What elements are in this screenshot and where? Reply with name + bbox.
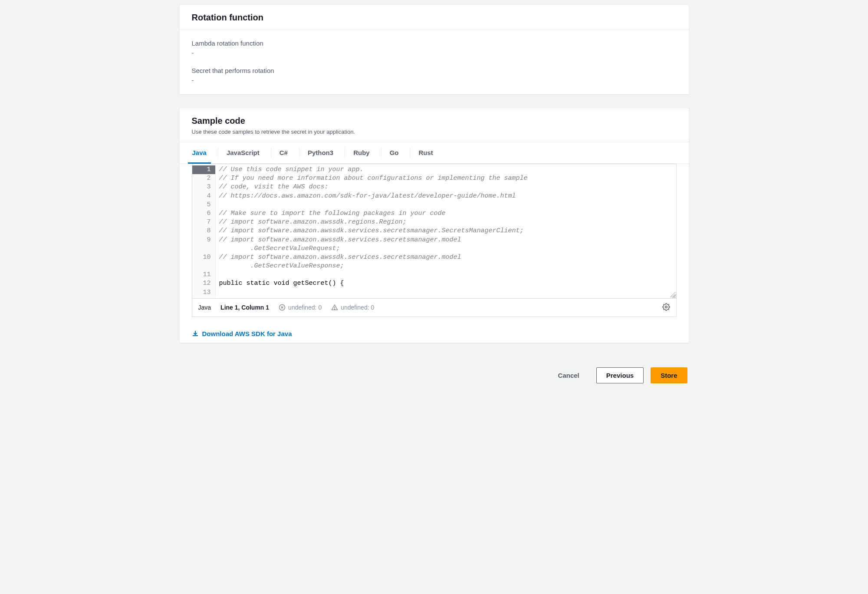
line-number: 3 [195, 183, 211, 191]
error-circle-icon [279, 304, 286, 311]
secret-rotation-value: - [192, 77, 677, 84]
sample-code-subtitle: Use these code samples to retrieve the s… [192, 129, 677, 135]
sample-code-panel: Sample code Use these code samples to re… [179, 108, 689, 343]
line-number: 2 [195, 174, 211, 183]
tab-go[interactable]: Go [389, 142, 399, 163]
editor-settings-button[interactable] [662, 303, 670, 312]
tab-java[interactable]: Java [192, 142, 207, 163]
code-line [219, 288, 673, 297]
download-sdk-row: Download AWS SDK for Java [180, 317, 689, 343]
wizard-actions: Cancel Previous Store [179, 356, 689, 385]
code-line: // Use this code snippet in your app. [219, 165, 673, 174]
code-line: // code, visit the AWS docs: [219, 183, 673, 191]
line-number: 12 [195, 279, 211, 288]
code-line [219, 271, 673, 279]
code-line: // Make sure to import the following pac… [219, 209, 673, 218]
code-line: .GetSecretValueResponse; [219, 262, 673, 271]
line-number: 6 [195, 209, 211, 218]
status-warnings: undefined: 0 [331, 304, 374, 311]
svg-point-3 [665, 306, 667, 308]
tab-separator [271, 147, 271, 158]
code-editor-status-bar: Java Line 1, Column 1 undefined: 0 undef… [192, 298, 677, 317]
lambda-rotation-label: Lambda rotation function [192, 40, 677, 47]
status-errors: undefined: 0 [279, 304, 322, 311]
code-gutter: 12345678910111213 [192, 164, 216, 298]
code-line: // If you need more information about co… [219, 174, 673, 183]
store-button[interactable]: Store [651, 367, 687, 383]
rotation-function-panel: Rotation function Lambda rotation functi… [179, 4, 689, 95]
rotation-function-header: Rotation function [180, 5, 689, 30]
code-line: public static void getSecret() { [219, 279, 673, 288]
lambda-rotation-value: - [192, 50, 677, 56]
line-number: 13 [195, 288, 211, 297]
download-sdk-label: Download AWS SDK for Java [202, 330, 292, 337]
cancel-button[interactable]: Cancel [548, 367, 589, 383]
previous-button[interactable]: Previous [596, 367, 644, 383]
resize-handle-icon[interactable] [670, 292, 675, 297]
line-number [195, 262, 211, 271]
code-editor[interactable]: 12345678910111213 // Use this code snipp… [192, 164, 677, 299]
code-line: .GetSecretValueRequest; [219, 244, 673, 253]
line-number: 1 [192, 165, 215, 174]
code-line [219, 201, 673, 209]
download-icon [192, 330, 199, 337]
code-editor-area: 12345678910111213 // Use this code snipp… [180, 164, 689, 317]
line-number: 5 [195, 201, 211, 209]
code-line: // import software.amazon.awssdk.service… [219, 253, 673, 262]
status-errors-label: undefined: 0 [288, 304, 322, 311]
status-cursor-position: Line 1, Column 1 [220, 304, 269, 311]
tab-ruby[interactable]: Ruby [353, 142, 370, 163]
tab-rust[interactable]: Rust [418, 142, 433, 163]
tab-c-[interactable]: C# [279, 142, 288, 163]
svg-point-2 [335, 309, 335, 310]
language-tabs: JavaJavaScriptC#Python3RubyGoRust [180, 142, 689, 164]
code-line: // https://docs.aws.amazon.com/sdk-for-j… [219, 192, 673, 201]
rotation-function-title: Rotation function [192, 13, 677, 23]
tab-separator [299, 147, 299, 158]
line-number: 4 [195, 192, 211, 201]
line-number: 11 [195, 271, 211, 279]
code-line: // import software.amazon.awssdk.service… [219, 227, 673, 235]
secret-rotation-label: Secret that performs rotation [192, 67, 677, 74]
gear-icon [662, 303, 670, 311]
line-number: 7 [195, 218, 211, 227]
line-number: 9 [195, 236, 211, 244]
warning-triangle-icon [331, 304, 338, 311]
status-language: Java [198, 304, 211, 311]
tab-python3[interactable]: Python3 [307, 142, 333, 163]
line-number: 8 [195, 227, 211, 235]
tab-separator [381, 147, 381, 158]
tab-javascript[interactable]: JavaScript [226, 142, 260, 163]
tab-separator [345, 147, 345, 158]
code-line: // import software.amazon.awssdk.service… [219, 236, 673, 244]
code-content[interactable]: // Use this code snippet in your app.// … [216, 164, 676, 298]
sample-code-title: Sample code [192, 116, 677, 126]
rotation-function-body: Lambda rotation function - Secret that p… [180, 30, 689, 94]
line-number: 10 [195, 253, 211, 262]
line-number [195, 244, 211, 253]
download-sdk-link[interactable]: Download AWS SDK for Java [192, 330, 292, 337]
status-warnings-label: undefined: 0 [341, 304, 374, 311]
code-line: // import software.amazon.awssdk.regions… [219, 218, 673, 227]
sample-code-header: Sample code Use these code samples to re… [180, 108, 689, 142]
tab-separator [218, 147, 218, 158]
tab-separator [410, 147, 410, 158]
